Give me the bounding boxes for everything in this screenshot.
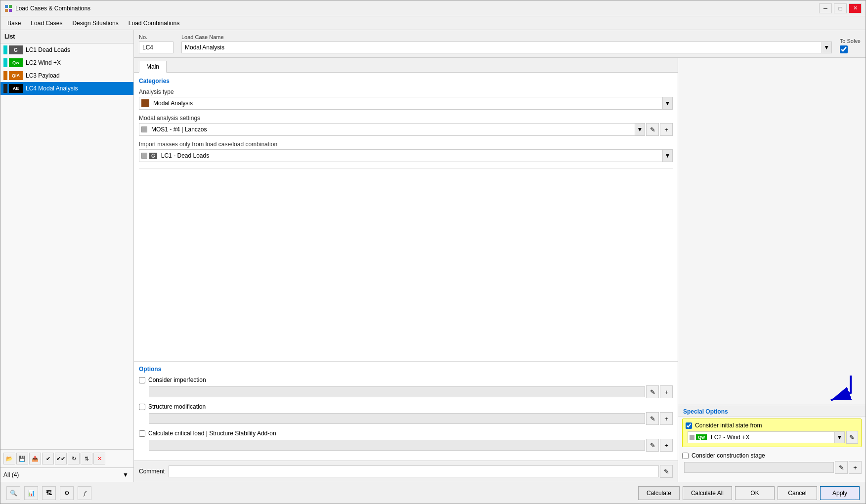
import-masses-label: Import masses only from load case/load c…	[139, 141, 673, 148]
tab-main[interactable]: Main	[139, 61, 167, 73]
settings-icon-btn[interactable]: ⚙	[60, 486, 74, 500]
critical-load-row: Calculate critical load | Structure Stab…	[139, 430, 673, 437]
ok-button[interactable]: OK	[735, 486, 775, 500]
tabs-bar: Main	[134, 58, 678, 73]
list-item-lc1[interactable]: G LC1 Dead Loads	[0, 43, 133, 56]
svg-rect-0	[5, 5, 8, 8]
check2-button[interactable]: ✔✔	[55, 453, 67, 464]
critical-load-input[interactable]	[149, 440, 645, 451]
modal-settings-value: MOS1 - #4 | Lanczos	[149, 126, 635, 133]
apply-button[interactable]: Apply	[820, 486, 860, 500]
lc4-label: LC4 Modal Analysis	[26, 85, 78, 92]
save-button-list[interactable]: 💾	[16, 453, 28, 464]
list-footer-dropdown[interactable]: ▼	[121, 470, 130, 480]
consider-initial-select[interactable]: Qw LC2 - Wind +X ▼	[688, 431, 845, 443]
menu-load-cases[interactable]: Load Cases	[26, 18, 67, 29]
structure-mod-checkbox[interactable]	[139, 404, 145, 410]
construction-input[interactable]	[684, 462, 834, 473]
open-button[interactable]: 📂	[3, 453, 15, 464]
comment-section: Comment ✎	[134, 461, 678, 482]
close-button[interactable]: ✕	[849, 3, 862, 13]
structure-mod-input[interactable]	[149, 413, 645, 424]
list-item-lc4[interactable]: AE LC4 Modal Analysis	[0, 82, 133, 95]
structure-mod-row: Structure modification	[139, 403, 673, 410]
minimize-button[interactable]: ─	[819, 3, 832, 13]
construction-btn1[interactable]: ✎	[835, 461, 848, 474]
imperfection-input-row: ✎ +	[139, 385, 673, 398]
modal-settings-new-btn[interactable]: +	[660, 123, 673, 136]
consider-initial-checkbox[interactable]	[686, 422, 692, 429]
lc3-label: LC3 Payload	[26, 72, 60, 79]
import-masses-select[interactable]: G LC1 - Dead Loads ▼	[139, 149, 673, 162]
center-panel: Main Categories Analysis type	[134, 58, 678, 482]
name-select[interactable]: ▼	[181, 42, 832, 53]
calculate-button[interactable]: Calculate	[638, 486, 680, 500]
calculate-all-button[interactable]: Calculate All	[683, 486, 732, 500]
consider-construction-checkbox[interactable]	[682, 453, 689, 459]
analysis-type-arrow[interactable]: ▼	[662, 97, 672, 109]
import-masses-badge: G	[149, 153, 157, 159]
structure-mod-btn1[interactable]: ✎	[646, 412, 659, 425]
analysis-type-row: Analysis type Modal Analysis ▼	[139, 88, 673, 110]
comment-input[interactable]	[169, 465, 659, 477]
formula-icon-btn[interactable]: 𝑓	[78, 486, 91, 500]
sort-button[interactable]: ⇅	[81, 453, 92, 464]
imperfection-label: Consider imperfection	[148, 377, 206, 383]
delete-button[interactable]: ✕	[93, 453, 105, 464]
list-toolbar: 📂 💾 📤 ✔ ✔✔ ↻ ⇅ ✕	[0, 449, 133, 467]
lc4-color-bar	[3, 84, 7, 93]
critical-load-checkbox[interactable]	[139, 430, 145, 437]
title-bar: Load Cases & Combinations ─ □ ✕	[0, 0, 866, 16]
svg-rect-3	[9, 9, 12, 12]
consider-initial-row: Consider initial state from	[686, 422, 858, 429]
lc1-color-bar	[3, 45, 7, 54]
import-masses-arrow[interactable]: ▼	[662, 150, 672, 162]
imperfection-btn2[interactable]: +	[660, 385, 673, 398]
critical-load-label: Calculate critical load | Structure Stab…	[148, 430, 276, 437]
to-solve-checkbox[interactable]	[840, 45, 848, 53]
consider-initial-arrow[interactable]: ▼	[834, 432, 844, 443]
construction-btn2[interactable]: +	[849, 461, 862, 474]
special-options-title: Special Options	[683, 408, 728, 415]
analysis-type-label: Analysis type	[139, 88, 673, 95]
check-button[interactable]: ✔	[42, 453, 54, 464]
modal-settings-select[interactable]: MOS1 - #4 | Lanczos ▼	[139, 123, 645, 136]
refresh-button[interactable]: ↻	[68, 453, 80, 464]
imperfection-input[interactable]	[149, 386, 645, 397]
table-icon-btn[interactable]: 📊	[24, 486, 38, 500]
menu-design-situations[interactable]: Design Situations	[67, 18, 123, 29]
list-item-lc2[interactable]: Qw LC2 Wind +X	[0, 56, 133, 69]
critical-load-btn1[interactable]: ✎	[646, 439, 659, 452]
maximize-button[interactable]: □	[834, 3, 847, 13]
search-icon-btn[interactable]: 🔍	[6, 486, 20, 500]
imperfection-checkbox[interactable]	[139, 377, 145, 383]
analysis-type-color	[141, 99, 149, 107]
export-button[interactable]: 📤	[29, 453, 41, 464]
special-options-header-row: Special Options	[678, 405, 866, 417]
list-item-lc3[interactable]: QIA LC3 Payload	[0, 69, 133, 82]
list-header: List	[0, 30, 133, 43]
modal-settings-edit-btn[interactable]: ✎	[646, 123, 659, 136]
analysis-type-select[interactable]: Modal Analysis ▼	[139, 97, 673, 110]
construction-input-row: ✎ +	[682, 461, 862, 474]
name-input[interactable]	[182, 43, 822, 52]
left-panel: List G LC1 Dead Loads Qw LC2 Wind +X	[0, 30, 134, 482]
name-dropdown-arrow[interactable]: ▼	[822, 42, 831, 53]
structure-mod-btn2[interactable]: +	[660, 412, 673, 425]
consider-initial-bar	[690, 435, 694, 440]
import-masses-color	[141, 153, 147, 159]
cancel-button[interactable]: Cancel	[778, 486, 817, 500]
menu-base[interactable]: Base	[2, 18, 26, 29]
svg-rect-1	[9, 5, 12, 8]
structure-icon-btn[interactable]: 🏗	[42, 486, 56, 500]
no-input[interactable]	[139, 42, 173, 53]
menu-load-combinations[interactable]: Load Combinations	[124, 18, 184, 29]
modal-settings-color	[141, 126, 147, 132]
consider-initial-btn[interactable]: ✎	[846, 431, 858, 444]
imperfection-btn1[interactable]: ✎	[646, 385, 659, 398]
comment-btn[interactable]: ✎	[660, 465, 673, 478]
critical-load-btn2[interactable]: +	[660, 439, 673, 452]
highlighted-section: Consider initial state from Qw LC2 - Win…	[682, 419, 862, 447]
options-area: Options Consider imperfection ✎ +	[134, 361, 678, 461]
modal-settings-arrow[interactable]: ▼	[635, 124, 645, 135]
